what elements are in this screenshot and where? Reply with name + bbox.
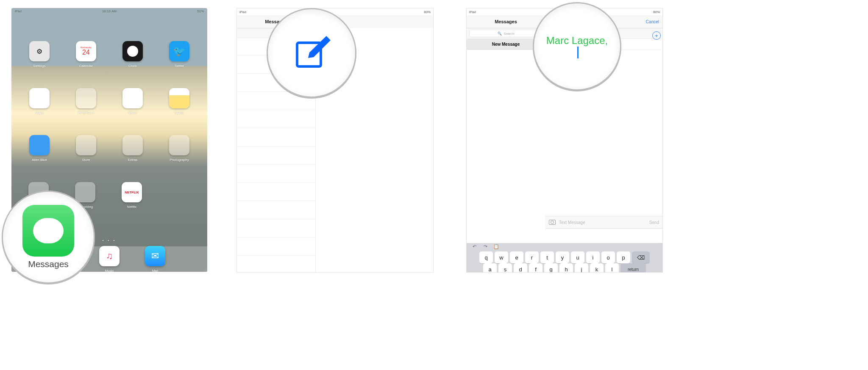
callout-compose-button [267, 8, 356, 98]
recipient-chip[interactable]: Marc Lagace, [546, 35, 608, 47]
folder-store[interactable]: Store [75, 135, 97, 162]
key-e[interactable]: e [510, 251, 523, 263]
message-text-input[interactable]: Text Message [559, 220, 646, 225]
key-r[interactable]: r [525, 251, 539, 263]
app-netflix[interactable]: NETFLIXNetflix [121, 182, 143, 209]
key-s[interactable]: s [498, 263, 512, 273]
key-g[interactable]: g [544, 263, 558, 273]
key-l[interactable]: l [605, 263, 619, 273]
search-input[interactable]: 🔍 Search [469, 30, 543, 37]
app-notes[interactable]: Notes [168, 88, 190, 115]
callout-recipient-field: Marc Lagace, [533, 2, 621, 91]
paste-icon[interactable]: 📋 [493, 243, 500, 250]
key-p[interactable]: p [617, 251, 630, 263]
key-y[interactable]: y [556, 251, 569, 263]
app-alienblue[interactable]: Alien Blue [28, 135, 50, 162]
messages-title: Messages [495, 19, 517, 24]
redo-icon[interactable]: ↷ [482, 243, 489, 250]
status-time: 10:16 AM [102, 9, 117, 13]
key-a[interactable]: a [483, 263, 497, 273]
compose-icon[interactable] [290, 32, 333, 74]
add-contact-button[interactable]: + [652, 31, 661, 40]
return-key[interactable]: return [620, 263, 646, 273]
twitter-icon: 🐦 [173, 45, 186, 57]
key-j[interactable]: j [575, 263, 588, 273]
keyboard-toolbar: ↶ ↷ 📋 [467, 243, 662, 250]
ipad-keyboard: ↶ ↷ 📋 qwertyuiop⌫ asdfghjklreturn ⇧zxcvb… [467, 243, 662, 272]
app-settings[interactable]: ⚙︎Settings [28, 41, 50, 68]
key-h[interactable]: h [559, 263, 573, 273]
send-button[interactable]: Send [649, 220, 659, 225]
key-k[interactable]: k [590, 263, 604, 273]
app-twitter[interactable]: 🐦Twitter [168, 41, 190, 68]
status-bar: iPad 10:16 AM 51% [11, 8, 207, 14]
callout-messages-app: Messages [2, 191, 95, 284]
search-icon: 🔍 [498, 32, 502, 36]
key-i[interactable]: i [586, 251, 600, 263]
backspace-key[interactable]: ⌫ [632, 251, 650, 263]
key-q[interactable]: q [479, 251, 493, 263]
messages-app-label: Messages [28, 259, 69, 269]
camera-icon[interactable] [549, 220, 556, 225]
app-music[interactable]: ♫Music [98, 246, 120, 272]
key-o[interactable]: o [601, 251, 615, 263]
app-word[interactable]: Word [122, 88, 144, 115]
key-w[interactable]: w [495, 251, 508, 263]
speech-bubble-icon [33, 218, 64, 243]
key-t[interactable]: t [540, 251, 554, 263]
cancel-button[interactable]: Cancel [646, 19, 659, 24]
key-u[interactable]: u [571, 251, 584, 263]
undo-icon[interactable]: ↶ [471, 243, 478, 250]
text-cursor [577, 47, 579, 58]
status-battery: 51% [197, 9, 204, 13]
app-clock[interactable]: Clock [122, 41, 144, 68]
folder-extras[interactable]: Extras [122, 135, 144, 162]
app-mail[interactable]: ✉︎Mail [144, 246, 166, 272]
status-bar: iPad 80% [237, 8, 433, 15]
gear-icon: ⚙︎ [36, 47, 42, 55]
folder-photography[interactable]: Photography [168, 135, 190, 162]
app-maps[interactable]: Maps [28, 88, 50, 115]
app-pfrpg[interactable]: PFRPG rd [75, 88, 97, 115]
status-device: iPad [15, 9, 22, 13]
clock-icon [127, 46, 138, 57]
key-d[interactable]: d [514, 263, 527, 273]
messages-app-icon[interactable] [22, 205, 74, 257]
message-input-bar: Text Message Send [545, 216, 662, 229]
app-calendar[interactable]: Wednesday24Calendar [75, 41, 97, 68]
key-f[interactable]: f [529, 263, 542, 273]
